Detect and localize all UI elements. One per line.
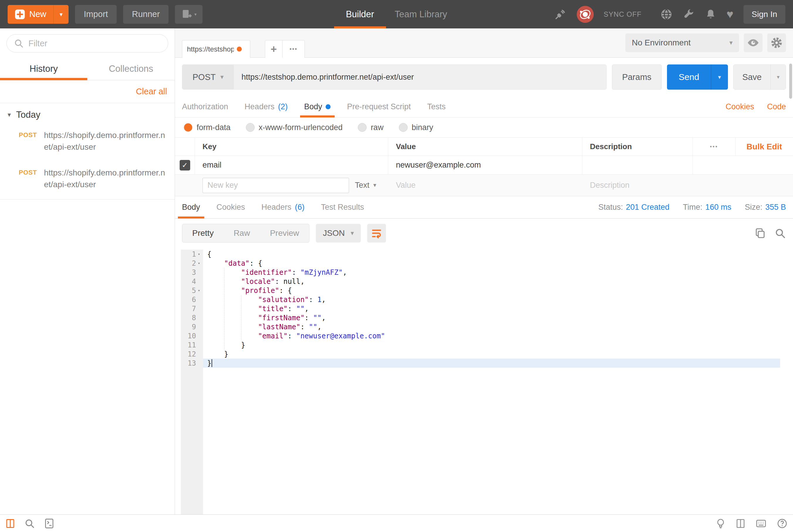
- tab-team-library[interactable]: Team Library: [395, 0, 447, 28]
- lightbulb-icon[interactable]: [716, 518, 725, 529]
- radio-icon: [399, 123, 408, 132]
- import-button[interactable]: Import: [75, 5, 117, 24]
- url-input[interactable]: https://testshop.demo.printformer.net/ap…: [234, 65, 606, 89]
- radio-x-www-form-urlencoded[interactable]: x-www-form-urlencoded: [246, 123, 343, 132]
- environment-select[interactable]: No Environment ▾: [625, 33, 739, 52]
- copy-icon[interactable]: [754, 227, 766, 239]
- runner-button[interactable]: Runner: [123, 5, 169, 24]
- tab-body[interactable]: Body: [304, 96, 331, 117]
- code-token-punct: {: [207, 250, 211, 259]
- params-button[interactable]: Params: [612, 64, 662, 90]
- table-menu-button[interactable]: •••: [693, 138, 736, 155]
- radio-form-data[interactable]: form-data: [184, 123, 231, 132]
- tab-tests[interactable]: Tests: [427, 96, 446, 117]
- new-key-input[interactable]: [203, 178, 349, 193]
- globe-icon[interactable]: [660, 8, 673, 20]
- response-body-editor[interactable]: 1▾{2▾ "data": {3 "identifier": "mZjynAFZ…: [181, 250, 780, 514]
- new-tab-button[interactable]: +: [265, 40, 283, 58]
- new-description-cell[interactable]: Description: [582, 175, 693, 196]
- new-dropdown-arrow[interactable]: ▾: [53, 5, 69, 24]
- response-tab-cookies[interactable]: Cookies: [216, 196, 245, 218]
- wrench-icon[interactable]: [682, 8, 695, 20]
- response-tab-body[interactable]: Body: [182, 196, 200, 218]
- tab-authorization[interactable]: Authorization: [182, 96, 228, 117]
- history-group-today[interactable]: ▾ Today: [0, 110, 175, 122]
- code-line[interactable]: 2▾ "data": {: [181, 259, 780, 268]
- code-line[interactable]: 9 "lastName": "",: [181, 322, 780, 331]
- code-line[interactable]: 8 "firstName": "",: [181, 313, 780, 322]
- console-icon[interactable]: [44, 518, 55, 529]
- send-options-arrow[interactable]: ▾: [711, 64, 728, 90]
- help-icon[interactable]: [777, 518, 788, 529]
- history-item[interactable]: POSThttps://shopify.demo.printformer.net…: [0, 160, 175, 197]
- proxy-satellite-icon[interactable]: [554, 8, 567, 21]
- response-tab-headers[interactable]: Headers (6): [261, 196, 304, 218]
- new-button[interactable]: New ▾: [7, 5, 69, 24]
- clear-all-link[interactable]: Clear all: [136, 87, 167, 96]
- heart-icon[interactable]: ♥: [726, 7, 734, 21]
- view-preview[interactable]: Preview: [260, 224, 309, 242]
- vertical-scrollbar[interactable]: [789, 63, 792, 99]
- code-line[interactable]: 3 "identifier": "mZjynAFZ",: [181, 268, 780, 277]
- search-response-icon[interactable]: [774, 227, 786, 239]
- time-value[interactable]: 160 ms: [705, 203, 732, 212]
- url-value: https://testshop.demo.printformer.net/ap…: [242, 73, 414, 82]
- code-line[interactable]: 11 }: [181, 340, 780, 349]
- code-line[interactable]: 13}: [181, 359, 780, 368]
- value-type-select[interactable]: Text ▼: [355, 181, 377, 190]
- fold-arrow-icon[interactable]: ▾: [196, 252, 202, 256]
- code-token-punct: ,: [317, 323, 321, 331]
- method-select[interactable]: POST ▾: [182, 65, 234, 89]
- notifications-bell-icon[interactable]: [705, 8, 717, 20]
- language-select[interactable]: JSON ▾: [316, 224, 361, 243]
- interceptor-icon[interactable]: [577, 6, 594, 23]
- two-pane-layout-icon[interactable]: [736, 518, 745, 529]
- wrap-text-button[interactable]: [367, 224, 386, 243]
- code-line[interactable]: 12 }: [181, 349, 780, 359]
- description-cell[interactable]: [582, 156, 693, 174]
- send-button[interactable]: Send ▾: [667, 64, 728, 90]
- value-cell[interactable]: newuser@example.com: [388, 156, 582, 174]
- search-all-icon[interactable]: [24, 518, 35, 529]
- bulk-edit-link[interactable]: Bulk Edit: [747, 142, 782, 151]
- row-checkbox[interactable]: ✓: [180, 160, 190, 171]
- history-item[interactable]: POSThttps://shopify.demo.printformer.net…: [0, 122, 175, 160]
- code-link[interactable]: Code: [767, 102, 786, 111]
- response-tab-test-results[interactable]: Test Results: [321, 196, 364, 218]
- request-tab[interactable]: https://testshop.demo: [182, 40, 250, 58]
- fold-arrow-icon[interactable]: ▾: [196, 261, 202, 265]
- settings-button[interactable]: [767, 33, 786, 52]
- new-value-cell[interactable]: Value: [388, 175, 582, 196]
- code-line[interactable]: 10 "email": "newuser@example.com": [181, 331, 780, 340]
- key-cell[interactable]: email: [195, 156, 388, 174]
- code-line[interactable]: 1▾{: [181, 250, 780, 259]
- save-button[interactable]: Save ▾: [733, 64, 786, 90]
- value-value: newuser@example.com: [396, 160, 481, 170]
- sidebar-tab-history[interactable]: History: [0, 58, 87, 80]
- cookies-link[interactable]: Cookies: [725, 102, 754, 111]
- code-line[interactable]: 4 "locale": null,: [181, 277, 780, 286]
- filter-input[interactable]: [29, 39, 161, 48]
- environment-preview-button[interactable]: [744, 33, 762, 52]
- code-line[interactable]: 6 "salutation": 1,: [181, 295, 780, 304]
- sign-in-button[interactable]: Sign In: [743, 5, 786, 24]
- code-line[interactable]: 5▾ "profile": {: [181, 286, 780, 295]
- tab-pre-request-script[interactable]: Pre-request Script: [347, 96, 411, 117]
- size-value[interactable]: 355 B: [765, 203, 786, 212]
- fold-arrow-icon[interactable]: ▾: [196, 288, 202, 293]
- save-options-arrow[interactable]: ▾: [770, 65, 786, 89]
- new-window-button[interactable]: ▾: [175, 5, 203, 24]
- code-line[interactable]: 7 "title": "",: [181, 304, 780, 313]
- tab-options-button[interactable]: •••: [283, 40, 305, 58]
- toggle-sidebar-icon[interactable]: [5, 518, 15, 529]
- tab-headers[interactable]: Headers (2): [245, 96, 288, 117]
- tab-builder[interactable]: Builder: [346, 0, 374, 28]
- radio-binary[interactable]: binary: [399, 123, 433, 132]
- view-pretty[interactable]: Pretty: [182, 224, 224, 242]
- view-raw[interactable]: Raw: [224, 224, 260, 242]
- status-value[interactable]: 201 Created: [626, 203, 669, 212]
- line-number: 5▾: [181, 286, 203, 295]
- keyboard-shortcuts-icon[interactable]: [755, 518, 767, 529]
- radio-raw[interactable]: raw: [358, 123, 383, 132]
- sidebar-tab-collections[interactable]: Collections: [87, 58, 175, 80]
